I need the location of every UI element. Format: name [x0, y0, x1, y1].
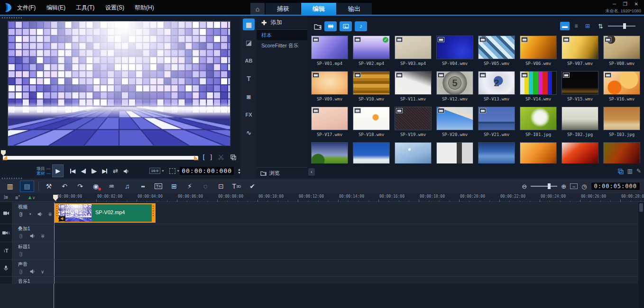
media-item[interactable]: SP-V01.mp4: [309, 35, 350, 70]
media-item[interactable]: SP-V20.wmv: [434, 106, 475, 141]
timeline-timecode[interactable]: 0:00:05:000: [591, 182, 640, 190]
fit-project-button[interactable]: ↔: [570, 183, 578, 189]
subtitle-editor-button[interactable]: T≡: [153, 181, 164, 192]
storyboard-view-button[interactable]: ▥: [4, 181, 16, 192]
go-start-button[interactable]: ◀: [67, 168, 78, 174]
media-thumbnail[interactable]: [353, 142, 390, 163]
sort-button[interactable]: ⇅: [598, 23, 603, 30]
redo-button[interactable]: ↷: [74, 181, 86, 192]
speaker-icon[interactable]: [29, 233, 35, 239]
filter-videos-button[interactable]: [324, 21, 337, 31]
auto-music-button[interactable]: ♫: [121, 181, 133, 192]
ruler-scale[interactable]: 00:00:00:0000:00:02:0000:00:04:0000:00:0…: [54, 194, 644, 202]
clip-mode-label[interactable]: 素材 —: [0, 171, 50, 176]
play-button[interactable]: ▶: [52, 164, 63, 177]
aspect-dropdown-icon[interactable]: ▼: [161, 169, 165, 172]
media-item[interactable]: SP-V08.wmv: [601, 35, 642, 70]
selection-dropdown-icon[interactable]: ▼: [176, 169, 180, 172]
media-item[interactable]: [351, 141, 392, 163]
overlay-track-lane[interactable]: [54, 224, 638, 242]
browse-button[interactable]: 浏览: [257, 167, 307, 178]
media-item[interactable]: SP-V06.wmv: [518, 35, 559, 70]
media-item[interactable]: [518, 141, 559, 163]
tools-button[interactable]: ⚒: [43, 181, 55, 192]
go-end-button[interactable]: ▶: [99, 168, 110, 174]
aspect-ratio-button[interactable]: 16:9: [149, 168, 161, 174]
timeline-ruler[interactable]: ⦙≡ ≡+ ▲∨ 00:00:00:0000:00:02:0000:00:04:…: [0, 194, 644, 202]
media-item[interactable]: SP-V15.wmv: [560, 70, 600, 106]
filter-photos-button[interactable]: [340, 21, 352, 31]
next-frame-button[interactable]: ▶: [89, 168, 99, 174]
media-item[interactable]: SP-V04.wmv: [434, 35, 475, 70]
graphics-category-icon[interactable]: ◙: [243, 91, 255, 102]
media-thumbnail[interactable]: [395, 107, 432, 130]
thumb-size-slider-handle[interactable]: [623, 23, 626, 29]
mask-creator-button[interactable]: ◌: [200, 181, 211, 192]
media-thumbnail[interactable]: [520, 142, 557, 163]
subtitle-ab-category-icon[interactable]: AB: [243, 54, 255, 66]
link-icon[interactable]: [18, 251, 24, 257]
media-item[interactable]: SP-V17.wmv: [309, 106, 350, 141]
media-item[interactable]: SP-V03.mp4: [393, 35, 433, 70]
ripple-edit-icon[interactable]: ▲∨: [27, 194, 35, 200]
media-thumbnail[interactable]: [520, 107, 557, 130]
media-item[interactable]: SP-V11.wmv: [393, 70, 433, 106]
media-item[interactable]: SP-V14.wmv: [518, 70, 559, 106]
media-item[interactable]: [560, 141, 600, 163]
voice-track-header[interactable]: 声音∨: [12, 260, 54, 276]
video-track-lane[interactable]: SP-V02.mp4: [54, 202, 638, 224]
prev-frame-button[interactable]: ◀: [78, 168, 88, 174]
media-category-icon[interactable]: ▦: [243, 18, 255, 30]
tab-2[interactable]: 编辑: [301, 3, 336, 15]
split-clip-icon[interactable]: [218, 153, 224, 161]
media-item[interactable]: [393, 141, 433, 163]
record-capture-button[interactable]: ◉: [90, 181, 101, 192]
zoom-in-button[interactable]: ⊕: [561, 183, 566, 190]
project-duration-icon[interactable]: ◷: [581, 183, 587, 190]
media-item[interactable]: SP-V07.wmv: [560, 35, 600, 70]
media-thumbnail[interactable]: 2: [478, 71, 515, 95]
timecode-spinner[interactable]: ▲▼: [238, 168, 241, 174]
playback-mode[interactable]: 项目 — 素材 —: [0, 166, 52, 176]
media-thumbnail[interactable]: [478, 36, 515, 59]
thumb-size-slider[interactable]: [608, 26, 635, 27]
link-icon[interactable]: [18, 211, 24, 217]
import-media-icon[interactable]: [314, 22, 322, 30]
media-item[interactable]: SP-I01.jpg: [518, 106, 559, 141]
media-thumbnail[interactable]: [520, 36, 557, 59]
sound-mixer-button[interactable]: ♒: [106, 181, 117, 192]
category-item-2[interactable]: ScoreFitter 音乐: [257, 40, 307, 51]
home-tab-button[interactable]: ⌂: [250, 3, 265, 15]
ripple-icon[interactable]: ※: [48, 212, 52, 217]
media-item[interactable]: [434, 141, 475, 163]
media-item[interactable]: 5SP-V12.wmv: [434, 70, 475, 106]
scrollbar-thumb[interactable]: [639, 203, 643, 212]
media-thumbnail[interactable]: [311, 107, 348, 130]
title-track-lane[interactable]: [54, 242, 638, 259]
tab-1[interactable]: 捕获: [266, 3, 301, 15]
trim-end-handle[interactable]: [194, 155, 199, 160]
media-thumbnail[interactable]: [478, 107, 515, 130]
selection-tool-button[interactable]: [169, 168, 175, 174]
timeline-zoom-slider[interactable]: [531, 186, 557, 187]
media-thumbnail[interactable]: [395, 36, 432, 59]
media-thumbnail[interactable]: [603, 36, 640, 59]
link-icon[interactable]: [18, 233, 24, 239]
media-thumbnail[interactable]: [561, 36, 598, 59]
overlay-track-header[interactable]: 叠加1※: [12, 224, 54, 242]
batch-convert-button[interactable]: ✔: [247, 181, 258, 192]
media-item[interactable]: SP-V21.wmv: [476, 106, 517, 141]
window-controls[interactable]: ─ ❐ ✕: [613, 1, 641, 7]
media-thumbnail[interactable]: ✓: [353, 36, 390, 59]
list-view-button[interactable]: ≡: [571, 22, 581, 30]
mark-in-button[interactable]: [: [203, 153, 205, 161]
link-icon[interactable]: [18, 269, 24, 274]
undo-button[interactable]: ↶: [59, 181, 70, 192]
media-item[interactable]: [476, 141, 517, 163]
menu-item-4[interactable]: 设置(S): [105, 4, 124, 12]
painting-creator-button[interactable]: ●●: [137, 181, 148, 192]
title-3d-button[interactable]: T3D: [231, 181, 242, 192]
motion-tracking-button[interactable]: ⚡: [184, 181, 195, 192]
clip-right-handle[interactable]: [152, 204, 155, 222]
project-mode-label[interactable]: 项目 —: [0, 166, 50, 171]
